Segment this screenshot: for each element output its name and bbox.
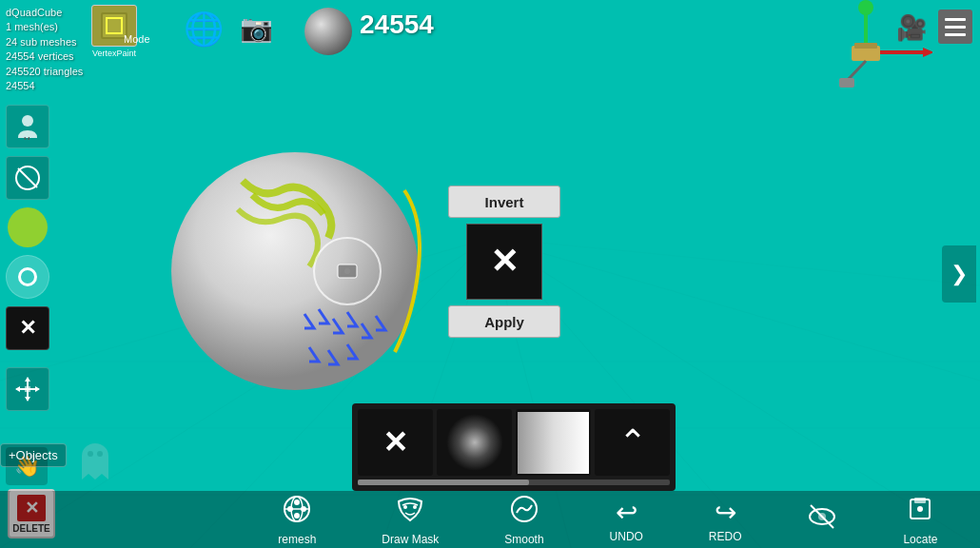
svg-point-46 [301,506,306,512]
locate-label: Locate [903,533,937,546]
svg-rect-32 [25,386,30,392]
svg-marker-17 [923,48,932,57]
globe-icon[interactable]: 🌐 [184,10,222,48]
undo-btn[interactable]: ↩ UNDO [610,497,643,543]
smooth-icon [509,494,539,531]
axis-widget [799,0,932,95]
bottom-toolbar: remesh Draw Mask Smooth ↩ UNDO [0,491,980,548]
hide-btn[interactable] [807,501,837,538]
svg-point-44 [294,513,300,519]
hide-icon [807,501,837,538]
svg-rect-39 [338,264,357,278]
triangles-count: 245520 triangles [6,65,83,79]
3d-mesh-object [147,124,442,390]
vertex-counter: 24554 [360,10,434,40]
svg-point-15 [858,0,873,15]
svg-point-48 [413,505,417,509]
brush-progress-bar[interactable] [358,480,670,485]
transform-tool-btn[interactable] [6,367,49,411]
cloud-brush-cell[interactable] [437,409,512,476]
svg-point-43 [294,499,300,505]
ham-line-3 [945,33,966,36]
remesh-icon [282,494,312,531]
draw-mask-icon [395,494,425,531]
svg-line-20 [847,61,866,81]
brush-palette: ✕ ⌃ [352,403,676,491]
left-tools: M ✕ [6,105,49,411]
draw-mask-label: Draw Mask [382,533,439,546]
vertices-count: 24554 vertices [6,49,83,64]
locate-icon [905,494,935,531]
invert-apply-panel: Invert ✕ Apply [447,186,561,338]
slash-tool-btn[interactable] [6,156,49,200]
svg-marker-29 [25,397,30,401]
chevron-brush-cell[interactable]: ⌃ [595,409,670,476]
mask-preview: ✕ [466,224,542,300]
draw-mask-btn[interactable]: Draw Mask [382,494,439,546]
vertex-paint-btn[interactable]: VertexPaint [91,5,137,58]
svg-text:M: M [24,135,30,140]
brush-row: ✕ ⌃ [358,409,670,476]
svg-line-25 [18,168,37,187]
vertex-paint-label: VertexPaint [92,49,136,58]
smooth-btn[interactable]: Smooth [504,494,543,546]
svg-point-47 [403,505,407,509]
svg-rect-21 [839,78,854,88]
svg-point-45 [287,506,293,512]
svg-line-8 [490,238,980,285]
ham-line-1 [945,18,966,21]
smooth-label: Smooth [504,533,543,546]
svg-line-6 [490,238,980,381]
svg-rect-54 [914,498,926,503]
svg-point-35 [97,451,103,457]
undo-label: UNDO [610,530,643,543]
color-dot-btn[interactable] [8,207,48,247]
brush-progress-fill [358,480,529,485]
invert-btn[interactable]: Invert [448,186,560,218]
objects-btn[interactable]: +Objects [0,443,67,467]
ghost-icon [67,439,124,486]
remesh-btn[interactable]: remesh [278,494,316,546]
x-brush-cell[interactable]: ✕ [358,409,433,476]
redo-label: REDO [709,530,742,543]
svg-point-22 [22,115,33,127]
mesh-count: 1 mesh(es) [6,20,83,34]
undo-icon: ↩ [616,497,637,528]
x-brush-icon: ✕ [382,424,408,460]
right-panel-arrow[interactable]: ❯ [942,245,976,303]
cloud-brush-icon [446,414,503,471]
right-chevron-icon: ❯ [951,262,968,286]
gradient-brush-icon [518,412,589,474]
gradient-brush-cell[interactable] [516,409,591,476]
mask-x-icon: ✕ [490,242,519,282]
redo-btn[interactable]: ↪ REDO [709,497,742,543]
svg-point-55 [917,506,923,512]
sphere-preview[interactable] [304,8,352,55]
user-tool-btn[interactable]: M [6,105,49,148]
extra-count: 24554 [6,79,83,93]
mode-label: Mode [124,33,150,45]
svg-point-34 [88,451,93,457]
white-circle-btn[interactable] [6,255,49,299]
svg-marker-30 [15,386,20,392]
svg-marker-31 [35,386,40,392]
sub-meshes: 24 sub meshes [6,35,83,49]
svg-rect-19 [854,43,877,49]
chevron-brush-icon: ⌃ [618,422,647,462]
apply-btn[interactable]: Apply [448,305,560,338]
app-title: dQuadCube [6,6,83,20]
svg-marker-28 [25,377,30,382]
redo-icon: ↪ [715,497,736,528]
mesh-info: dQuadCube 1 mesh(es) 24 sub meshes 24554… [6,6,83,93]
ham-line-2 [945,26,966,29]
remesh-label: remesh [278,533,316,546]
snapshot-camera-icon[interactable]: 📷 [240,12,273,44]
locate-btn[interactable]: Locate [903,494,937,546]
hamburger-menu[interactable] [938,10,972,44]
x-tool-btn[interactable]: ✕ [6,306,49,350]
